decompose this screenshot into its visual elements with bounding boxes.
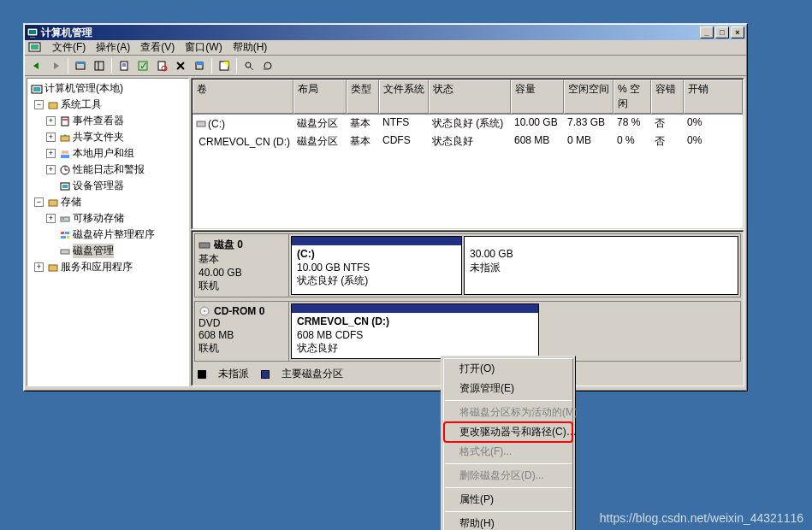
svg-rect-30 bbox=[61, 136, 69, 141]
svg-rect-19 bbox=[196, 62, 203, 65]
menu-window[interactable]: 窗口(W) bbox=[180, 38, 227, 56]
partition-unallocated[interactable]: 30.00 GB未指派 bbox=[464, 236, 738, 295]
find-button[interactable] bbox=[240, 57, 258, 74]
context-menu: 打开(O) 资源管理(E) 将磁盘分区标为活动的(M) 更改驱动器号和路径(C)… bbox=[441, 356, 576, 530]
tree-event[interactable]: 事件查看器 bbox=[73, 114, 124, 128]
expander-icon[interactable]: − bbox=[34, 100, 44, 109]
tree-services[interactable]: 服务和应用程序 bbox=[61, 260, 133, 274]
tree-removable[interactable]: 可移动存储 bbox=[73, 211, 124, 226]
tree-diskmgmt[interactable]: 磁盘管理 bbox=[73, 244, 114, 258]
back-button[interactable] bbox=[28, 57, 45, 74]
volumes-list[interactable]: 卷 布局 类型 文件系统 状态 容量 空闲空间 % 空闲 容错 开销 (C:) … bbox=[191, 78, 744, 230]
tree-users[interactable]: 本地用户和组 bbox=[73, 146, 134, 161]
svg-rect-40 bbox=[61, 217, 69, 221]
svg-rect-1 bbox=[29, 30, 36, 34]
cm-mark-active: 将磁盘分区标为活动的(M) bbox=[444, 403, 572, 422]
disk-row-0: 磁盘 0 基本 40.00 GB 联机 (C:)10.00 GB NTFS状态良… bbox=[194, 233, 741, 297]
svg-rect-47 bbox=[49, 265, 57, 271]
cm-props[interactable]: 属性(P) bbox=[444, 490, 572, 509]
svg-line-22 bbox=[250, 67, 253, 70]
maximize-button[interactable]: □ bbox=[715, 26, 729, 38]
svg-point-31 bbox=[62, 150, 65, 154]
menu-view[interactable]: 查看(V) bbox=[135, 38, 180, 56]
svg-rect-7 bbox=[95, 62, 104, 70]
cm-open[interactable]: 打开(O) bbox=[444, 359, 572, 379]
cm-delete: 删除磁盘分区(D)... bbox=[444, 466, 572, 486]
tree-perf[interactable]: 性能日志和警报 bbox=[73, 162, 145, 177]
svg-rect-29 bbox=[62, 119, 68, 121]
menu-help[interactable]: 帮助(H) bbox=[228, 38, 273, 56]
menubar: 文件(F) 操作(A) 查看(V) 窗口(W) 帮助(H) bbox=[25, 40, 746, 56]
close-button[interactable]: × bbox=[731, 26, 744, 38]
tree-root[interactable]: 计算机管理(本地) bbox=[29, 80, 187, 97]
tree-panel[interactable]: 计算机管理(本地) −系统工具 +事件查看器 +共享文件夹 +本地用户和组 +性… bbox=[27, 78, 189, 386]
svg-rect-51 bbox=[199, 243, 210, 248]
delete-button[interactable] bbox=[172, 57, 189, 74]
rescan-button[interactable] bbox=[259, 57, 276, 74]
cm-format: 格式化(F)... bbox=[444, 442, 572, 462]
svg-rect-6 bbox=[76, 62, 85, 64]
cm-change-path[interactable]: 更改驱动器号和路径(C)… bbox=[444, 422, 572, 442]
tree-shared[interactable]: 共享文件夹 bbox=[73, 130, 124, 144]
menu-action[interactable]: 操作(A) bbox=[91, 38, 135, 56]
svg-rect-38 bbox=[62, 185, 68, 188]
svg-point-41 bbox=[62, 218, 64, 220]
partition-d[interactable]: CRMEVOL_CN (D:)608 MB CDFS状态良好 bbox=[291, 303, 539, 359]
cm-explore[interactable]: 资源管理(E) bbox=[444, 379, 572, 398]
svg-point-32 bbox=[65, 150, 68, 154]
disk-row-cd: CD-ROM 0 DVD 608 MB 联机 CRMEVOL_CN (D:)60… bbox=[194, 301, 741, 362]
refresh-button[interactable]: ✓ bbox=[134, 57, 151, 74]
partition-c[interactable]: (C:)10.00 GB NTFS状态良好 (系统) bbox=[291, 236, 462, 295]
tree-device[interactable]: 设备管理器 bbox=[73, 179, 124, 193]
svg-rect-43 bbox=[65, 232, 69, 234]
app-icon bbox=[27, 26, 39, 38]
tree-storage[interactable]: 存储 bbox=[61, 195, 81, 209]
help-button[interactable] bbox=[216, 57, 233, 74]
svg-rect-42 bbox=[61, 232, 64, 234]
svg-rect-48 bbox=[197, 121, 205, 127]
svg-rect-45 bbox=[67, 236, 69, 238]
watermark: https://blog.csdn.net/weixin_44321116 bbox=[600, 511, 803, 525]
svg-rect-44 bbox=[61, 236, 66, 238]
tree-sys-tools[interactable]: 系统工具 bbox=[61, 97, 102, 112]
svg-rect-33 bbox=[61, 155, 69, 158]
toolbar: ✓ bbox=[25, 56, 746, 76]
svg-rect-28 bbox=[62, 117, 68, 126]
computer-management-window: 计算机管理 _ □ × 文件(F) 操作(A) 查看(V) 窗口(W) 帮助(H… bbox=[23, 23, 748, 392]
minimize-button[interactable]: _ bbox=[700, 26, 714, 38]
forward-button[interactable] bbox=[47, 57, 64, 74]
menu-file[interactable]: 文件(F) bbox=[47, 38, 91, 56]
svg-rect-2 bbox=[30, 37, 35, 38]
properties-button[interactable] bbox=[116, 57, 133, 74]
panel-button[interactable] bbox=[91, 57, 108, 74]
volume-row[interactable]: CRMEVOL_CN (D:) 磁盘分区 基本 CDFS 状态良好 608 MB… bbox=[193, 132, 743, 150]
window-title: 计算机管理 bbox=[41, 26, 700, 40]
svg-point-53 bbox=[204, 310, 205, 312]
svg-rect-24 bbox=[264, 68, 267, 70]
svg-rect-39 bbox=[49, 200, 57, 206]
up-button[interactable] bbox=[72, 57, 89, 74]
svg-text:✓: ✓ bbox=[139, 60, 148, 72]
svg-rect-46 bbox=[61, 250, 69, 254]
svg-rect-27 bbox=[49, 103, 57, 109]
mmc-icon bbox=[28, 41, 42, 55]
export-button[interactable] bbox=[153, 57, 170, 74]
tree-defrag[interactable]: 磁盘碎片整理程序 bbox=[73, 227, 155, 242]
settings-button[interactable] bbox=[191, 57, 208, 74]
volume-row[interactable]: (C:) 磁盘分区 基本 NTFS 状态良好 (系统) 10.00 GB 7.8… bbox=[193, 115, 743, 132]
columns-header: 卷 布局 类型 文件系统 状态 容量 空闲空间 % 空闲 容错 开销 bbox=[193, 80, 743, 115]
svg-rect-26 bbox=[33, 87, 40, 91]
svg-rect-4 bbox=[31, 44, 39, 50]
cm-help[interactable]: 帮助(H) bbox=[444, 514, 572, 530]
